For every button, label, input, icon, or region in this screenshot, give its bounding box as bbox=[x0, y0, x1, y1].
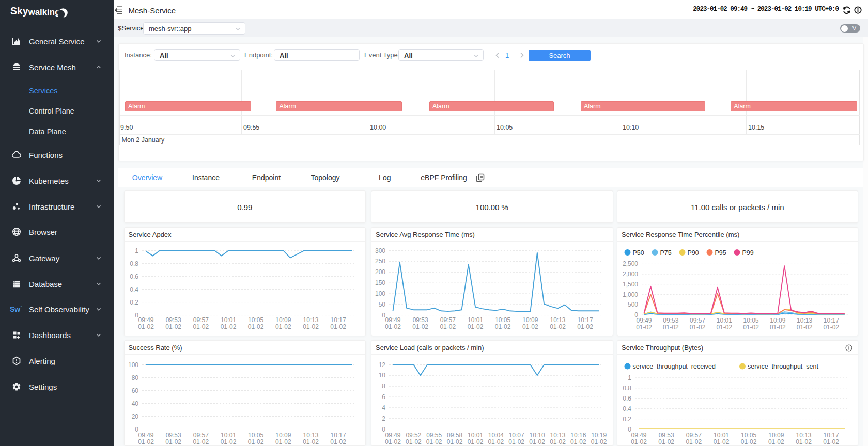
svg-text:01-02: 01-02 bbox=[508, 438, 524, 445]
svg-text:01-02: 01-02 bbox=[631, 438, 647, 445]
svg-text:10:09: 10:09 bbox=[768, 431, 784, 438]
svg-text:4: 4 bbox=[382, 404, 385, 411]
svg-text:10:05: 10:05 bbox=[248, 431, 264, 438]
svg-text:300: 300 bbox=[375, 247, 385, 254]
svg-text:01-02: 01-02 bbox=[303, 323, 319, 330]
svg-text:01-02: 01-02 bbox=[550, 323, 566, 330]
svg-text:01-02: 01-02 bbox=[823, 324, 839, 331]
svg-text:10:01: 10:01 bbox=[717, 317, 732, 324]
svg-text:01-02: 01-02 bbox=[658, 438, 674, 445]
svg-text:01-02: 01-02 bbox=[591, 438, 607, 445]
svg-text:01-02: 01-02 bbox=[330, 438, 346, 445]
svg-text:09:57: 09:57 bbox=[440, 316, 456, 324]
svg-text:01-02: 01-02 bbox=[468, 438, 484, 445]
svg-text:P75: P75 bbox=[660, 249, 672, 257]
svg-text:10:01: 10:01 bbox=[468, 431, 483, 438]
svg-text:0.2: 0.2 bbox=[130, 299, 138, 306]
svg-text:10:07: 10:07 bbox=[509, 431, 524, 438]
svg-text:10:01: 10:01 bbox=[220, 431, 236, 438]
svg-text:10:13: 10:13 bbox=[550, 316, 565, 324]
svg-text:10:05: 10:05 bbox=[248, 316, 264, 324]
svg-text:P99: P99 bbox=[742, 249, 754, 257]
svg-text:09:49: 09:49 bbox=[138, 431, 153, 438]
svg-text:250: 250 bbox=[375, 258, 385, 265]
svg-text:2,000: 2,000 bbox=[623, 270, 638, 278]
svg-text:01-02: 01-02 bbox=[570, 438, 586, 445]
svg-text:01-02: 01-02 bbox=[495, 323, 511, 330]
svg-text:10:13: 10:13 bbox=[797, 317, 812, 324]
svg-text:10:13: 10:13 bbox=[303, 431, 318, 438]
svg-text:09:55: 09:55 bbox=[426, 431, 442, 438]
svg-text:10:09: 10:09 bbox=[275, 431, 291, 438]
svg-text:09:49: 09:49 bbox=[636, 317, 652, 324]
svg-text:01-02: 01-02 bbox=[440, 323, 456, 330]
svg-text:10:09: 10:09 bbox=[770, 317, 785, 324]
svg-text:0.2: 0.2 bbox=[623, 415, 631, 422]
svg-text:01-02: 01-02 bbox=[823, 438, 839, 445]
svg-text:09:53: 09:53 bbox=[165, 431, 181, 438]
svg-text:01-02: 01-02 bbox=[220, 438, 236, 445]
svg-text:01-02: 01-02 bbox=[412, 323, 428, 330]
svg-text:09:53: 09:53 bbox=[659, 431, 674, 438]
svg-text:01-02: 01-02 bbox=[275, 438, 291, 445]
svg-text:20: 20 bbox=[131, 412, 138, 420]
svg-text:09:49: 09:49 bbox=[385, 431, 400, 438]
svg-text:0.8: 0.8 bbox=[130, 260, 138, 267]
svg-text:1: 1 bbox=[135, 247, 138, 254]
svg-text:0.4: 0.4 bbox=[623, 405, 631, 412]
svg-text:01-02: 01-02 bbox=[426, 438, 442, 445]
svg-text:10:10: 10:10 bbox=[530, 431, 545, 438]
svg-text:01-02: 01-02 bbox=[385, 323, 401, 330]
svg-text:0.8: 0.8 bbox=[623, 384, 631, 391]
svg-text:01-02: 01-02 bbox=[690, 324, 706, 331]
svg-text:01-02: 01-02 bbox=[406, 438, 422, 445]
svg-text:10:04: 10:04 bbox=[488, 431, 504, 438]
svg-text:10:01: 10:01 bbox=[714, 431, 729, 438]
svg-text:01-02: 01-02 bbox=[741, 438, 757, 445]
svg-text:01-02: 01-02 bbox=[663, 324, 679, 331]
svg-text:2,500: 2,500 bbox=[623, 261, 638, 268]
svg-text:10:17: 10:17 bbox=[578, 316, 593, 324]
svg-text:01-02: 01-02 bbox=[796, 438, 812, 445]
svg-text:09:53: 09:53 bbox=[165, 316, 181, 324]
svg-text:01-02: 01-02 bbox=[636, 324, 652, 331]
svg-text:100: 100 bbox=[375, 290, 385, 297]
svg-text:01-02: 01-02 bbox=[247, 323, 264, 330]
svg-text:1,000: 1,000 bbox=[623, 291, 638, 298]
svg-text:09:57: 09:57 bbox=[193, 431, 208, 438]
svg-text:10:05: 10:05 bbox=[743, 317, 758, 324]
svg-text:01-02: 01-02 bbox=[488, 438, 504, 445]
svg-text:09:53: 09:53 bbox=[413, 316, 428, 324]
svg-text:10:17: 10:17 bbox=[330, 431, 346, 438]
svg-text:50: 50 bbox=[379, 301, 386, 308]
svg-text:2: 2 bbox=[382, 415, 385, 422]
svg-text:10:17: 10:17 bbox=[330, 316, 346, 324]
svg-text:09:49: 09:49 bbox=[631, 431, 646, 438]
svg-text:0.4: 0.4 bbox=[130, 286, 138, 293]
svg-text:1,500: 1,500 bbox=[623, 281, 638, 288]
svg-text:09:58: 09:58 bbox=[447, 431, 462, 438]
svg-text:09:57: 09:57 bbox=[193, 316, 208, 324]
svg-text:40: 40 bbox=[131, 400, 138, 407]
svg-text:09:49: 09:49 bbox=[385, 316, 400, 324]
svg-text:01-02: 01-02 bbox=[529, 438, 545, 445]
svg-text:01-02: 01-02 bbox=[447, 438, 463, 445]
svg-text:01-02: 01-02 bbox=[770, 324, 786, 331]
svg-text:0.6: 0.6 bbox=[623, 394, 631, 402]
svg-text:10:13: 10:13 bbox=[796, 431, 811, 438]
svg-text:8: 8 bbox=[382, 383, 385, 390]
svg-text:01-02: 01-02 bbox=[247, 438, 264, 445]
svg-text:01-02: 01-02 bbox=[220, 323, 236, 330]
svg-text:10:05: 10:05 bbox=[495, 316, 510, 324]
svg-text:01-02: 01-02 bbox=[165, 438, 181, 445]
svg-text:01-02: 01-02 bbox=[165, 323, 181, 330]
svg-text:10:17: 10:17 bbox=[824, 317, 839, 324]
svg-text:01-02: 01-02 bbox=[385, 438, 401, 445]
svg-text:01-02: 01-02 bbox=[716, 324, 732, 331]
svg-text:10:13: 10:13 bbox=[550, 431, 565, 438]
svg-text:01-02: 01-02 bbox=[193, 323, 209, 330]
svg-text:1: 1 bbox=[628, 374, 631, 381]
svg-text:09:57: 09:57 bbox=[686, 431, 702, 438]
svg-text:10:01: 10:01 bbox=[468, 316, 483, 324]
svg-text:01-02: 01-02 bbox=[550, 438, 566, 445]
